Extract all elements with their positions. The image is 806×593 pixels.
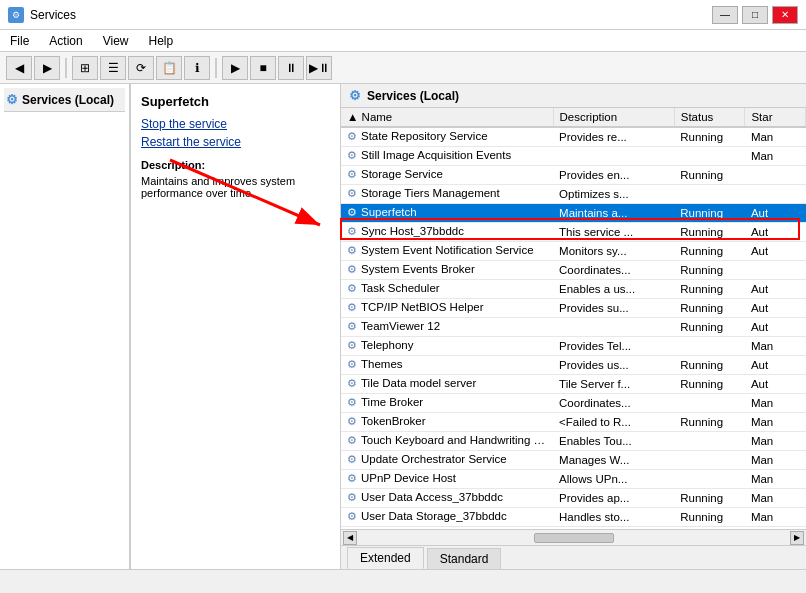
bottom-tabs: Extended Standard	[341, 545, 806, 569]
service-gear-icon: ⚙	[347, 472, 361, 486]
service-name-cell: ⚙ Storage Tiers Management	[341, 185, 553, 204]
services-area: ⚙ Services (Local) ▲ Name Description St…	[341, 84, 806, 569]
toolbar-view2[interactable]: ☰	[100, 56, 126, 80]
service-status-cell	[674, 394, 745, 413]
service-name-cell: ⚙ UPnP Device Host	[341, 470, 553, 489]
window-title: Services	[30, 8, 76, 22]
table-row[interactable]: ⚙ Task SchedulerEnables a us...RunningAu…	[341, 280, 806, 299]
service-status-cell: Running	[674, 242, 745, 261]
service-status-cell: Running	[674, 299, 745, 318]
toolbar-back[interactable]: ◀	[6, 56, 32, 80]
table-row[interactable]: ⚙ Update Orchestrator ServiceManages W..…	[341, 451, 806, 470]
service-gear-icon: ⚙	[347, 320, 361, 334]
service-startup-cell: Aut	[745, 280, 806, 299]
horizontal-scrollbar[interactable]: ◀ ▶	[341, 529, 806, 545]
service-status-cell: Running	[674, 204, 745, 223]
service-gear-icon: ⚙	[347, 282, 361, 296]
service-name-cell: ⚙ Superfetch	[341, 204, 553, 223]
left-nav: ⚙ Services (Local)	[0, 84, 130, 569]
service-desc-cell: Provides us...	[553, 356, 674, 375]
table-row[interactable]: ⚙ Tile Data model serverTile Server f...…	[341, 375, 806, 394]
table-row[interactable]: ⚙ System Event Notification ServiceMonit…	[341, 242, 806, 261]
table-row[interactable]: ⚙ User Data Access_37bbddcProvides ap...…	[341, 489, 806, 508]
table-row[interactable]: ⚙ System Events BrokerCoordinates...Runn…	[341, 261, 806, 280]
menu-view[interactable]: View	[99, 33, 133, 49]
service-status-cell	[674, 185, 745, 204]
table-row[interactable]: ⚙ Sync Host_37bbddcThis service ...Runni…	[341, 223, 806, 242]
service-status-cell: Running	[674, 375, 745, 394]
service-name-cell: ⚙ Themes	[341, 356, 553, 375]
tab-standard[interactable]: Standard	[427, 548, 502, 569]
table-container[interactable]: ▲ Name Description Status Star ⚙ State R…	[341, 108, 806, 529]
restart-service-link[interactable]: Restart the service	[141, 135, 330, 149]
table-row[interactable]: ⚙ Storage ServiceProvides en...Running	[341, 166, 806, 185]
col-header-status[interactable]: Status	[674, 108, 745, 127]
service-name-heading: Superfetch	[141, 94, 330, 109]
service-desc-cell: Maintains a...	[553, 204, 674, 223]
toolbar-view1[interactable]: ⊞	[72, 56, 98, 80]
col-header-description[interactable]: Description	[553, 108, 674, 127]
toolbar-separator-2	[215, 58, 217, 78]
toolbar-restart[interactable]: ▶⏸	[306, 56, 332, 80]
service-panel: Superfetch Stop the service Restart the …	[131, 84, 341, 569]
service-desc-cell: Optimizes s...	[553, 185, 674, 204]
toolbar-pause[interactable]: ⏸	[278, 56, 304, 80]
service-gear-icon: ⚙	[347, 491, 361, 505]
service-desc-cell: Enables Tou...	[553, 432, 674, 451]
table-row[interactable]: ⚙ SuperfetchMaintains a...RunningAut	[341, 204, 806, 223]
table-row[interactable]: ⚙ TokenBroker<Failed to R...RunningMan	[341, 413, 806, 432]
service-desc-cell: Handles sto...	[553, 508, 674, 527]
scroll-right-btn[interactable]: ▶	[790, 531, 804, 545]
service-desc-cell: Provides ap...	[553, 489, 674, 508]
stop-service-link[interactable]: Stop the service	[141, 117, 330, 131]
toolbar-export[interactable]: 📋	[156, 56, 182, 80]
col-header-name[interactable]: ▲ Name	[341, 108, 553, 127]
service-startup-cell: Man	[745, 508, 806, 527]
toolbar-refresh[interactable]: ⟳	[128, 56, 154, 80]
close-button[interactable]: ✕	[772, 6, 798, 24]
status-bar	[0, 569, 806, 593]
table-row[interactable]: ⚙ UPnP Device HostAllows UPn...Man	[341, 470, 806, 489]
toolbar-forward[interactable]: ▶	[34, 56, 60, 80]
maximize-button[interactable]: □	[742, 6, 768, 24]
table-row[interactable]: ⚙ User Data Storage_37bbddcHandles sto..…	[341, 508, 806, 527]
table-row[interactable]: ⚙ TelephonyProvides Tel...Man	[341, 337, 806, 356]
toolbar-help[interactable]: ℹ	[184, 56, 210, 80]
service-gear-icon: ⚙	[347, 130, 361, 144]
table-header-row: ▲ Name Description Status Star	[341, 108, 806, 127]
toolbar-stop[interactable]: ■	[250, 56, 276, 80]
table-row[interactable]: ⚙ ThemesProvides us...RunningAut	[341, 356, 806, 375]
col-header-startup[interactable]: Star	[745, 108, 806, 127]
service-desc-cell: This service ...	[553, 223, 674, 242]
scroll-left-btn[interactable]: ◀	[343, 531, 357, 545]
minimize-button[interactable]: —	[712, 6, 738, 24]
service-name-cell: ⚙ TCP/IP NetBIOS Helper	[341, 299, 553, 318]
tab-extended[interactable]: Extended	[347, 547, 424, 569]
service-desc-cell: Monitors sy...	[553, 242, 674, 261]
table-row[interactable]: ⚙ TeamViewer 12RunningAut	[341, 318, 806, 337]
service-status-cell: Running	[674, 508, 745, 527]
toolbar-play[interactable]: ▶	[222, 56, 248, 80]
service-desc-cell: Coordinates...	[553, 394, 674, 413]
scroll-thumb[interactable]	[534, 533, 614, 543]
menu-action[interactable]: Action	[45, 33, 86, 49]
table-row[interactable]: ⚙ Touch Keyboard and Handwriting Panel S…	[341, 432, 806, 451]
service-startup-cell: Aut	[745, 318, 806, 337]
title-bar: ⚙ Services — □ ✕	[0, 0, 806, 30]
menu-file[interactable]: File	[6, 33, 33, 49]
table-row[interactable]: ⚙ TCP/IP NetBIOS HelperProvides su...Run…	[341, 299, 806, 318]
table-row[interactable]: ⚙ State Repository ServiceProvides re...…	[341, 127, 806, 147]
service-startup-cell: Man	[745, 413, 806, 432]
menu-help[interactable]: Help	[145, 33, 178, 49]
service-startup-cell: Aut	[745, 204, 806, 223]
table-row[interactable]: ⚙ Time BrokerCoordinates...Man	[341, 394, 806, 413]
service-gear-icon: ⚙	[347, 415, 361, 429]
service-startup-cell: Man	[745, 127, 806, 147]
service-gear-icon: ⚙	[347, 377, 361, 391]
service-gear-icon: ⚙	[347, 168, 361, 182]
service-gear-icon: ⚙	[347, 225, 361, 239]
table-row[interactable]: ⚙ Still Image Acquisition EventsMan	[341, 147, 806, 166]
service-name-cell: ⚙ User Data Storage_37bbddc	[341, 508, 553, 527]
table-row[interactable]: ⚙ Storage Tiers ManagementOptimizes s...	[341, 185, 806, 204]
service-gear-icon: ⚙	[347, 301, 361, 315]
